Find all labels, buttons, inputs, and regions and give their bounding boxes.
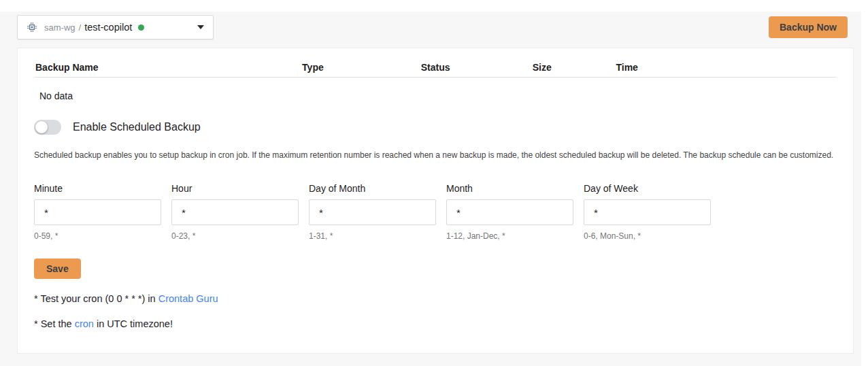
table-empty-state: No data <box>34 78 837 101</box>
backup-now-button[interactable]: Backup Now <box>769 16 848 38</box>
workspace-selector[interactable]: sam-wg / test-copilot <box>17 15 214 39</box>
cron-field-minute: Minute 0-59, * <box>34 183 161 241</box>
status-dot <box>138 24 144 31</box>
column-header-time: Time <box>616 62 837 73</box>
page-background: sam-wg / test-copilot Backup Now Backup … <box>0 12 861 366</box>
cron-test-note: * Test your cron (0 0 * * *) in Crontab … <box>34 293 837 304</box>
cron-test-note-prefix: * Test your cron (0 0 * * *) in <box>34 293 158 304</box>
toggle-row: Enable Scheduled Backup <box>34 120 837 135</box>
cron-day-of-month-input[interactable] <box>309 199 436 225</box>
crontab-guru-link[interactable]: Crontab Guru <box>158 293 218 304</box>
chip-icon <box>27 22 37 33</box>
cron-day-of-month-label: Day of Month <box>309 183 436 194</box>
cron-field-day-of-month: Day of Month 1-31, * <box>309 183 436 241</box>
backup-panel: Backup Name Type Status Size Time No dat… <box>17 48 854 354</box>
cron-month-label: Month <box>446 183 573 194</box>
cron-month-hint: 1-12, Jan-Dec, * <box>446 231 573 241</box>
workspace-org: sam-wg <box>44 22 76 33</box>
cron-hour-label: Hour <box>171 183 299 194</box>
column-header-status: Status <box>421 62 533 73</box>
utc-note-prefix: * Set the <box>34 318 75 329</box>
table-header-row: Backup Name Type Status Size Time <box>34 48 837 73</box>
utc-note-suffix: in UTC timezone! <box>94 318 173 329</box>
cron-hour-hint: 0-23, * <box>171 231 299 241</box>
cron-day-of-month-hint: 1-31, * <box>309 231 436 241</box>
enable-scheduled-backup-toggle[interactable] <box>34 120 61 135</box>
cron-hour-input[interactable] <box>171 199 299 225</box>
cron-field-day-of-week: Day of Week 0-6, Mon-Sun, * <box>584 183 711 241</box>
cron-field-hour: Hour 0-23, * <box>171 183 299 241</box>
cron-minute-input[interactable] <box>34 199 161 225</box>
workspace-name: test-copilot <box>84 22 132 33</box>
cron-field-month: Month 1-12, Jan-Dec, * <box>446 183 573 241</box>
save-button[interactable]: Save <box>34 259 81 279</box>
cron-grid: Minute 0-59, * Hour 0-23, * Day of Month… <box>34 183 837 241</box>
column-header-type: Type <box>302 62 421 73</box>
cron-day-of-week-input[interactable] <box>584 199 711 225</box>
toggle-knob <box>35 121 48 133</box>
cron-minute-label: Minute <box>34 183 161 194</box>
utc-timezone-note: * Set the cron in UTC timezone! <box>34 318 837 329</box>
cron-link[interactable]: cron <box>75 318 94 329</box>
top-toolbar: sam-wg / test-copilot Backup Now <box>17 15 848 39</box>
cron-minute-hint: 0-59, * <box>34 231 161 241</box>
workspace-separator: / <box>79 22 82 33</box>
chevron-down-icon <box>197 25 204 29</box>
cron-day-of-week-label: Day of Week <box>584 183 711 194</box>
schedule-description: Scheduled backup enables you to setup ba… <box>34 150 837 160</box>
toggle-label: Enable Scheduled Backup <box>73 121 201 133</box>
cron-month-input[interactable] <box>446 199 573 225</box>
cron-day-of-week-hint: 0-6, Mon-Sun, * <box>584 231 711 241</box>
column-header-backup-name: Backup Name <box>34 62 302 73</box>
column-header-size: Size <box>533 62 616 73</box>
